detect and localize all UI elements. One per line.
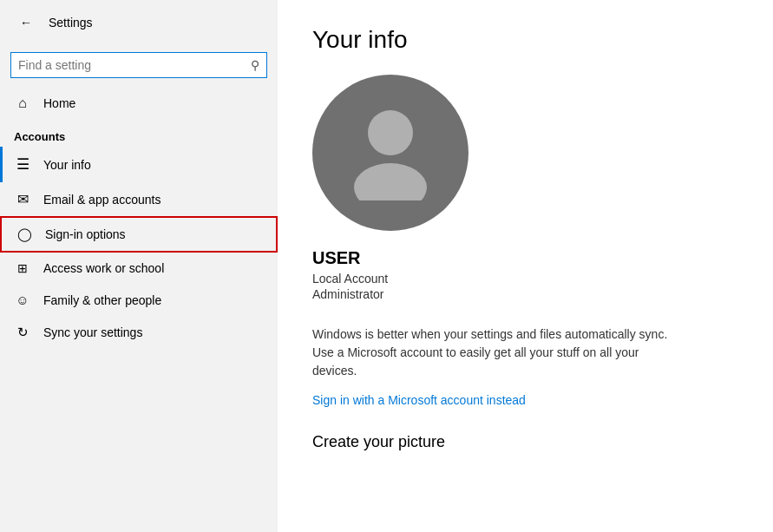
sign-in-icon: ◯ bbox=[16, 227, 33, 242]
sidebar: ← Settings ⚲ ⌂ Home Accounts ☰ Your info… bbox=[0, 0, 278, 532]
accounts-section-label: Accounts bbox=[0, 122, 278, 147]
your-info-label: Your info bbox=[43, 158, 91, 172]
create-picture-title: Create your picture bbox=[312, 433, 738, 451]
back-button[interactable]: ← bbox=[14, 10, 38, 35]
sidebar-item-access-work-school[interactable]: ⊞ Access work or school bbox=[0, 253, 278, 284]
sidebar-item-sign-in-options[interactable]: ◯ Sign-in options bbox=[0, 216, 278, 253]
avatar-icon bbox=[347, 105, 434, 200]
home-nav-item[interactable]: ⌂ Home bbox=[0, 85, 278, 122]
user-role: Administrator bbox=[312, 287, 738, 301]
sidebar-item-sync-settings[interactable]: ↻ Sync your settings bbox=[0, 316, 278, 349]
avatar bbox=[312, 75, 468, 231]
email-icon: ✉ bbox=[14, 191, 31, 207]
search-input[interactable] bbox=[18, 58, 246, 72]
back-icon: ← bbox=[20, 16, 32, 30]
page-title: Your info bbox=[312, 26, 738, 54]
search-box-wrapper: ⚲ bbox=[0, 45, 278, 85]
email-label: Email & app accounts bbox=[43, 193, 160, 207]
family-icon: ☺ bbox=[14, 292, 31, 307]
avatar-svg bbox=[347, 105, 434, 200]
your-info-icon: ☰ bbox=[14, 155, 31, 174]
access-label: Access work or school bbox=[43, 261, 164, 275]
home-icon: ⌂ bbox=[14, 95, 31, 111]
svg-point-1 bbox=[354, 163, 427, 200]
home-label: Home bbox=[43, 96, 75, 110]
sidebar-item-your-info[interactable]: ☰ Your info bbox=[0, 147, 278, 182]
sidebar-header: ← Settings bbox=[0, 0, 278, 45]
sync-message: Windows is better when your settings and… bbox=[312, 325, 685, 380]
sidebar-item-email-app-accounts[interactable]: ✉ Email & app accounts bbox=[0, 182, 278, 216]
family-label: Family & other people bbox=[43, 293, 161, 307]
sidebar-item-family-other-people[interactable]: ☺ Family & other people bbox=[0, 284, 278, 316]
access-icon: ⊞ bbox=[14, 261, 31, 275]
search-icon: ⚲ bbox=[251, 58, 259, 72]
search-box: ⚲ bbox=[10, 52, 267, 78]
user-name: USER bbox=[312, 248, 738, 268]
user-account-type: Local Account bbox=[312, 272, 738, 286]
sidebar-title: Settings bbox=[49, 16, 93, 30]
sync-label: Sync your settings bbox=[43, 325, 142, 339]
svg-point-0 bbox=[368, 110, 413, 155]
main-content: Your info USER Local Account Administrat… bbox=[278, 0, 773, 532]
search-icon-button[interactable]: ⚲ bbox=[251, 58, 259, 72]
sign-in-label: Sign-in options bbox=[45, 227, 126, 241]
sync-icon: ↻ bbox=[14, 325, 31, 340]
sign-in-link[interactable]: Sign in with a Microsoft account instead bbox=[312, 393, 526, 407]
